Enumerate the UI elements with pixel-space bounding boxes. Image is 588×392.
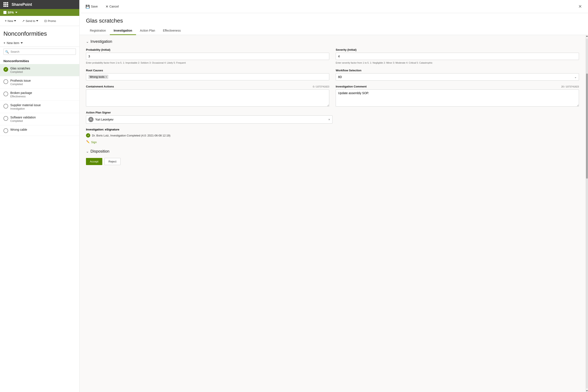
new-item-plus-icon: +: [4, 41, 5, 45]
status-circle: [4, 104, 8, 108]
investigation-section-header[interactable]: ⌄ Investigation: [86, 39, 579, 44]
status-circle: [4, 128, 8, 133]
list-item[interactable]: Glas scratches Completed: [0, 64, 79, 76]
status-circle-completed: [4, 67, 8, 72]
tag-text: Wrong tools: [90, 75, 104, 78]
send-to-button[interactable]: ↗ Send to: [21, 18, 40, 24]
action-plan-signer-group: Action Plan Signer Yuri Leontyev ×: [86, 111, 332, 124]
signer-remove-button[interactable]: ×: [328, 118, 330, 121]
new-item-label: New item: [7, 41, 19, 45]
investigation-comment-textarea[interactable]: [336, 90, 579, 106]
list-item[interactable]: Wrong cable: [0, 125, 79, 136]
action-plan-signer-input[interactable]: Yuri Leontyev ×: [86, 116, 332, 124]
item-name: Supplier material issue: [10, 103, 41, 107]
promo-icon: ⊡: [44, 19, 47, 22]
sign-button[interactable]: ✏️ Sign: [86, 139, 97, 145]
save-button[interactable]: 💾 Save: [84, 4, 100, 10]
probability-input[interactable]: [86, 53, 329, 60]
scrollbar-down-arrow[interactable]: [586, 390, 588, 392]
investigation-comment-count: 20 / 1073741823: [561, 85, 579, 88]
esignature-title: Investigation: eSignature: [86, 128, 579, 131]
app-header: SharePoint: [0, 0, 79, 9]
item-name: Prothesis issue: [10, 79, 31, 82]
signer-name: Yuri Leontyev: [95, 118, 114, 121]
containment-count: 0 / 1073741823: [313, 85, 329, 88]
new-button[interactable]: + New: [4, 18, 18, 24]
disposition-collapse-icon: ⌄: [86, 149, 89, 154]
root-causes-tag: Wrong tools ×: [88, 75, 108, 79]
severity-group: Severity (Initial) Enter severity factor…: [336, 48, 579, 64]
disposition-section-header[interactable]: ⌄ Disposition: [86, 149, 579, 154]
item-name: Wrong cable: [10, 128, 27, 131]
new-item-button[interactable]: + New item: [0, 39, 79, 47]
panel-tabs: Registration Investigation Action Plan E…: [80, 24, 588, 35]
scrollbar-up-arrow[interactable]: [586, 36, 588, 37]
esignature-section: Investigation: eSignature Dr. Boris Lutz…: [86, 128, 579, 145]
search-container: 🔍: [0, 47, 79, 56]
item-status: Effectiveness: [10, 95, 32, 98]
esignature-check-icon: [86, 133, 90, 138]
action-plan-signer-row: Action Plan Signer Yuri Leontyev ×: [86, 111, 579, 124]
panel-topbar: 💾 Save ✕ Cancel ✕: [80, 0, 588, 13]
send-icon: ↗: [22, 19, 25, 22]
item-status: Completed: [10, 83, 31, 86]
search-input[interactable]: [4, 48, 76, 55]
workflow-label: Workflow Selection: [336, 69, 579, 72]
investigation-comment-group: Investigation Comment 20 / 1073741823: [336, 85, 579, 106]
sidebar-toolbar: + New ↗ Send to ⊡ Promo: [0, 16, 79, 26]
list-item[interactable]: Software validation Completed: [0, 113, 79, 125]
workflow-select[interactable]: 8D 5Why Ishikawa None: [336, 73, 579, 80]
panel-title: Glas scratches: [80, 13, 588, 24]
disposition-accept-button[interactable]: Accept: [86, 158, 102, 165]
scrollbar-thumb[interactable]: [586, 74, 588, 178]
root-causes-input[interactable]: Wrong tools ×: [86, 73, 329, 80]
status-circle: [4, 79, 8, 84]
promo-button[interactable]: ⊡ Promo: [43, 18, 57, 24]
sign-icon: ✏️: [86, 140, 90, 144]
nonconformity-list: Glas scratches Completed Prothesis issue…: [0, 64, 79, 392]
disposition-reject-button[interactable]: Reject: [104, 158, 120, 165]
list-title: Nonconformities: [0, 56, 79, 64]
esignature-text: Dr. Boris Lutz, Investigation Completed …: [92, 134, 170, 137]
item-status: Investigation: [10, 107, 41, 110]
cancel-label: Cancel: [110, 5, 119, 8]
tag-remove-button[interactable]: ×: [105, 76, 107, 78]
root-causes-workflow-row: Root Causes Wrong tools × Workflow Selec…: [86, 69, 579, 80]
probability-severity-row: Probability (Initial) Enter probability …: [86, 48, 579, 64]
list-item[interactable]: Broken package Effectiveness: [0, 88, 79, 101]
containment-comment-row: Containment Actions 0 / 1073741823 Inves…: [86, 85, 579, 106]
tab-action-plan[interactable]: Action Plan: [136, 27, 159, 35]
item-status: Completed: [10, 70, 30, 74]
send-chevron-icon: [36, 20, 38, 22]
list-item[interactable]: Prothesis issue Completed: [0, 76, 79, 88]
workflow-group: Workflow Selection 8D 5Why Ishikawa None…: [336, 69, 579, 80]
signer-avatar: [88, 117, 94, 122]
panel-scrollbar[interactable]: [586, 35, 588, 392]
tab-investigation[interactable]: Investigation: [110, 27, 136, 35]
sign-label: Sign: [91, 140, 97, 144]
send-to-label: Send to: [26, 19, 35, 22]
bpa-chevron-icon: [15, 12, 18, 13]
severity-input[interactable]: [336, 53, 579, 60]
search-icon: 🔍: [5, 50, 9, 54]
containment-group: Containment Actions 0 / 1073741823: [86, 85, 329, 106]
bpa-label: BPA: [8, 11, 14, 14]
action-plan-signer-label: Action Plan Signer: [86, 111, 332, 114]
bpa-bar[interactable]: BPA: [0, 9, 79, 16]
containment-label: Containment Actions: [86, 85, 114, 88]
tab-registration[interactable]: Registration: [86, 27, 110, 35]
app-grid-icon[interactable]: [4, 2, 8, 7]
containment-textarea[interactable]: [86, 90, 329, 106]
app-name: SharePoint: [12, 2, 32, 7]
probability-hint: Enter probability factor from 1 to 5. 1:…: [86, 61, 329, 64]
cancel-button[interactable]: ✕ Cancel: [104, 4, 120, 10]
item-status: Completed: [10, 120, 36, 122]
save-icon: 💾: [86, 4, 90, 8]
tab-effectiveness[interactable]: Effectiveness: [159, 27, 184, 35]
scrollbar-track[interactable]: [586, 38, 588, 388]
severity-hint: Enter severity factor from 1 to 5. 1: Ne…: [336, 61, 579, 64]
close-button[interactable]: ✕: [576, 3, 584, 10]
list-item[interactable]: Supplier material issue Investigation: [0, 101, 79, 113]
plus-icon: +: [5, 19, 7, 23]
page-title: Nonconformities: [0, 26, 79, 39]
